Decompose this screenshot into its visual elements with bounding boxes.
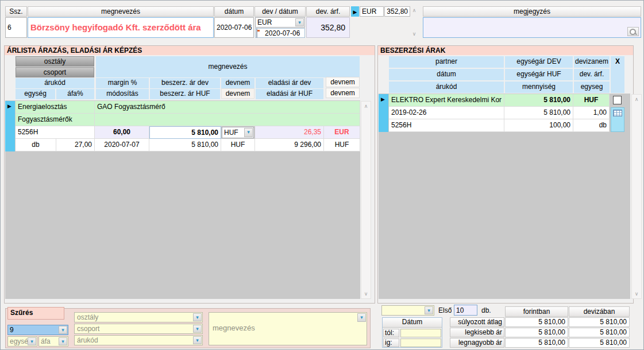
row-pointer-icon: ▶ [7, 103, 11, 109]
scroll-up-icon[interactable]: ∧ [361, 103, 371, 109]
stat-mode-select[interactable]: ▾ [381, 305, 434, 316]
arlista-cell-egyseg[interactable]: db [16, 139, 56, 151]
arlista-cell-eladasi-devnem[interactable]: EUR [324, 126, 360, 139]
col-header-dev-arf: dev. árf. [306, 6, 350, 17]
arlista-header-eladasi-ar-huf: eladási ár HUF [256, 89, 323, 99]
beszerzesi-cell-arukod[interactable]: 5256H [389, 119, 504, 132]
arlista-cell-csoport[interactable]: Fogyasztásmérők [16, 114, 95, 126]
arlista-cell-arukod[interactable]: 5256H [16, 126, 95, 139]
arlista-cell-beszerz-huf-devnem[interactable]: HUF [221, 139, 255, 151]
date-from-input[interactable] [400, 329, 441, 337]
note-zoom-button[interactable] [627, 27, 639, 36]
mini-grid-rate-cell[interactable]: 352,80 [384, 6, 410, 17]
arlista-cell-margin[interactable]: 60,00 [95, 126, 149, 139]
beszerzesi-header-dev-arf: dev. árf. [574, 69, 610, 80]
stats-label: legkisebb ár [450, 328, 504, 337]
arlista-cell-beszerz-ar-dev[interactable]: 5 810,00 [149, 126, 221, 139]
megnevezes-filter-field[interactable]: megnevezés ▾ [209, 312, 367, 345]
mini-scroll-down-icon[interactable]: ∨ [410, 31, 419, 37]
chevron-down-icon[interactable]: ▾ [295, 18, 304, 26]
beszerzesi-cell-mennyiseg[interactable]: 100,00 [504, 119, 573, 132]
scroll-down-icon[interactable]: ∨ [632, 291, 641, 297]
first-count-input[interactable] [454, 305, 477, 316]
include-checkbox[interactable] [613, 96, 622, 104]
osztaly-filter-select[interactable]: osztály ▾ [74, 312, 203, 322]
arlista-scrollbar[interactable]: ∧ ∨ [361, 101, 371, 299]
beszerzesi-cell-datum[interactable]: 2019-02-26 [389, 107, 504, 119]
arlista-cell-osztaly[interactable]: Energiaelosztás [16, 101, 95, 114]
datum-filter-box: Dátum tól: ig: [382, 317, 442, 348]
sort-order-select[interactable]: 9 ▾ [7, 325, 68, 335]
chevron-down-icon[interactable]: ▾ [193, 325, 202, 333]
stats-header-forintban: forintban [505, 306, 568, 317]
beszerzesi-header-egysegar-dev: egységár DEV [505, 56, 573, 68]
beszerzesi-header-datum: dátum [389, 69, 504, 80]
arlista-header-devnem-4: devnem [326, 88, 360, 98]
chevron-down-icon[interactable]: ▾ [193, 313, 202, 321]
currency-date-field[interactable]: 2020-07-06 [255, 28, 305, 38]
arlista-header-modositas: módosítás [96, 89, 149, 99]
scroll-down-icon[interactable]: ∨ [361, 291, 371, 297]
arlista-devnem-select[interactable]: HUF ▾ [222, 127, 254, 138]
chevron-down-icon[interactable]: ▾ [59, 326, 67, 334]
date-to-input[interactable] [400, 339, 441, 347]
beszerzesi-cell-egyseg[interactable]: db [573, 119, 610, 132]
col-header-datum: dátum [214, 6, 254, 17]
arlista-header-devnem-1: devnem [221, 78, 254, 88]
detail-grid-button[interactable] [611, 107, 624, 132]
afa-filter-select[interactable]: áfa ▾ [38, 336, 68, 347]
chevron-down-icon[interactable]: ▾ [193, 336, 202, 344]
beszerzesi-cell-partner[interactable]: ELEKTRO Expert Kereskedelmi Kor [389, 94, 504, 107]
arlista-cell-eladasi-ar-huf[interactable]: 9 296,00 [255, 139, 324, 151]
arlista-header-devnem-2: devnem [326, 77, 360, 87]
arlista-panel-title: ÁRLISTA ÁRAZÁS, ELADÁSI ÁR KÉPZÉS [5, 46, 375, 55]
beszerzesi-header-egysegar-huf: egységár HUF [505, 69, 573, 80]
scroll-up-icon[interactable]: ∧ [632, 96, 641, 102]
currency-select[interactable]: EUR ▾ [255, 17, 305, 28]
arlista-header-megnevezes: megnevezés [96, 56, 360, 77]
arlista-header-afa: áfa% [56, 89, 94, 99]
col-header-dev-datum: dev / dátum [254, 6, 306, 17]
col-header-megnevezes: megnevezés [28, 6, 214, 17]
arlista-header-beszerz-ar-dev: beszerz. ár dev [150, 78, 220, 88]
mini-grid-currency-cell[interactable]: EUR [360, 6, 384, 17]
arlista-cell-beszerz-ar-huf[interactable]: 5 810,00 [149, 139, 221, 151]
afa-filter-value: áfa [41, 337, 51, 345]
pricelist-name-field[interactable]: Börzsöny hegyifogadó Kft. szerződött ára [28, 17, 214, 38]
arlista-cell-afa[interactable]: 27,00 [56, 139, 95, 151]
beszerzesi-cell-dev-arf[interactable]: 1,00 [573, 107, 610, 119]
beszerzesi-header-devizanem: devizanem [574, 56, 610, 68]
beszerzesi-header-arukod: árukód [389, 81, 504, 93]
beszerzesi-header-x: X [611, 56, 624, 93]
chevron-down-icon[interactable]: ▾ [357, 313, 366, 322]
beszerzesi-header-partner: partner [389, 56, 504, 68]
chevron-down-icon[interactable]: ▾ [244, 128, 253, 137]
arlista-cell-megnevezes[interactable]: GAO Fogyasztásmérő [95, 101, 360, 114]
arlista-header-beszerz-ar-huf: beszerz. ár HUF [150, 89, 220, 99]
mini-scroll-up-icon[interactable]: ∧ [410, 7, 419, 13]
beszerzesi-header-egyseg: egyseg [574, 81, 610, 93]
chevron-down-icon[interactable]: ▾ [28, 337, 36, 345]
arlista-header-osztaly[interactable]: osztály [16, 56, 94, 67]
beszerzesi-cell-egysegar-dev[interactable]: 5 810,00 [504, 94, 573, 107]
chevron-down-icon[interactable]: ▾ [59, 337, 67, 345]
arlista-cell-megnevezes-2[interactable] [95, 114, 360, 126]
row-pointer-icon: ▶ [381, 96, 385, 102]
arlista-cell-eladasi-ar-dev[interactable]: 26,35 [255, 126, 324, 139]
beszerzesi-cell-devizanem[interactable]: HUF [573, 94, 610, 107]
arukod-filter-select[interactable]: árukód ▾ [74, 335, 203, 345]
arlista-cell-modositas[interactable]: 2020-07-07 [95, 139, 149, 151]
stats-value-deviza: 5 810,00 [569, 328, 630, 337]
arlista-row-indicator-strip: ▶ [5, 101, 15, 151]
csoport-filter-select[interactable]: csoport ▾ [74, 324, 203, 334]
note-field[interactable] [423, 17, 641, 38]
chevron-down-icon[interactable]: ▾ [425, 306, 433, 314]
calendar-icon[interactable] [256, 29, 257, 38]
arlista-header-csoport[interactable]: csoport [16, 67, 94, 77]
stats-value-deviza: 5 810,00 [569, 317, 630, 327]
beszerzesi-scrollbar[interactable]: ∧ ∨ [631, 94, 642, 299]
stats-value-deviza: 5 810,00 [569, 338, 630, 348]
beszerzesi-cell-egysegar-huf[interactable]: 5 810,00 [504, 107, 573, 119]
arlista-cell-eladasi-huf-devnem[interactable]: HUF [324, 139, 360, 151]
egyseg-filter-select[interactable]: egység ▾ [7, 336, 37, 347]
